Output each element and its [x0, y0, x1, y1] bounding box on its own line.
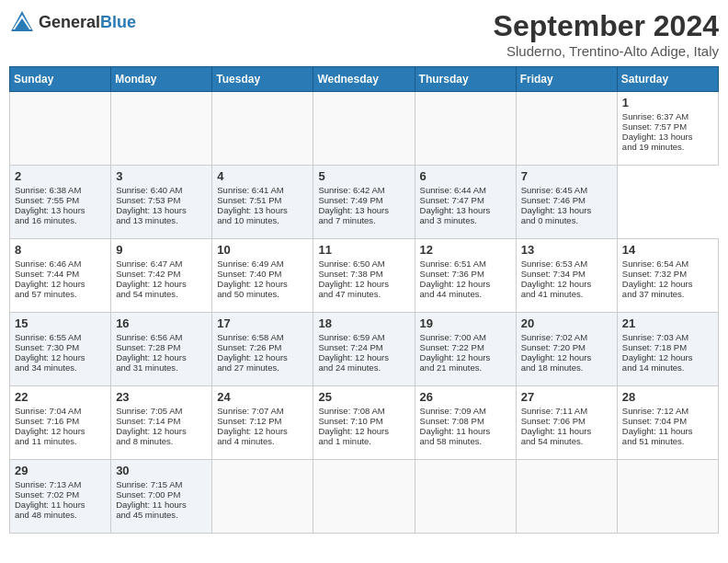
- calendar-day-cell: 29Sunrise: 7:13 AMSunset: 7:02 PMDayligh…: [10, 460, 111, 534]
- daylight-text: Daylight: 12 hours: [318, 279, 389, 289]
- day-header-wednesday: Wednesday: [313, 67, 415, 92]
- daylight-minutes-text: and 44 minutes.: [420, 289, 483, 299]
- daylight-minutes-text: and 58 minutes.: [420, 436, 483, 446]
- sunrise-text: Sunrise: 6:38 AM: [15, 185, 81, 195]
- calendar-day-cell: 16Sunrise: 6:56 AMSunset: 7:28 PMDayligh…: [111, 313, 212, 386]
- calendar-day-cell: 19Sunrise: 7:00 AMSunset: 7:22 PMDayligh…: [415, 313, 516, 386]
- page-header: GeneralBlue September 2024 Sluderno, Tre…: [9, 9, 719, 59]
- day-number: 26: [420, 390, 511, 404]
- daylight-minutes-text: and 47 minutes.: [318, 289, 381, 299]
- calendar-day-cell: 7Sunrise: 6:45 AMSunset: 7:46 PMDaylight…: [516, 166, 617, 239]
- calendar-day-cell: [415, 460, 516, 534]
- daylight-minutes-text: and 16 minutes.: [15, 215, 77, 225]
- sunset-text: Sunset: 7:22 PM: [420, 342, 484, 352]
- daylight-minutes-text: and 34 minutes.: [15, 362, 77, 373]
- day-number: 2: [15, 169, 106, 183]
- sunrise-text: Sunrise: 6:53 AM: [521, 259, 587, 269]
- logo: GeneralBlue: [9, 9, 136, 35]
- daylight-minutes-text: and 54 minutes.: [116, 289, 178, 299]
- calendar-day-cell: [313, 460, 415, 534]
- sunrise-text: Sunrise: 7:03 AM: [622, 332, 688, 342]
- calendar-day-cell: 25Sunrise: 7:08 AMSunset: 7:10 PMDayligh…: [313, 386, 415, 460]
- daylight-text: Daylight: 13 hours: [318, 205, 389, 215]
- day-number: 20: [521, 316, 612, 330]
- day-number: 19: [420, 316, 511, 330]
- daylight-text: Daylight: 11 hours: [521, 426, 592, 436]
- daylight-text: Daylight: 12 hours: [217, 352, 288, 362]
- daylight-text: Daylight: 12 hours: [217, 279, 288, 289]
- daylight-minutes-text: and 50 minutes.: [217, 289, 279, 299]
- day-header-saturday: Saturday: [617, 67, 718, 92]
- calendar-day-cell: 5Sunrise: 6:42 AMSunset: 7:49 PMDaylight…: [313, 166, 415, 239]
- sunset-text: Sunset: 7:32 PM: [622, 269, 687, 279]
- daylight-text: Daylight: 13 hours: [116, 205, 187, 215]
- calendar-table: SundayMondayTuesdayWednesdayThursdayFrid…: [9, 66, 719, 534]
- calendar-day-cell: [516, 92, 617, 166]
- sunrise-text: Sunrise: 6:47 AM: [116, 259, 182, 269]
- daylight-minutes-text: and 7 minutes.: [318, 215, 375, 225]
- daylight-minutes-text: and 45 minutes.: [116, 510, 178, 520]
- daylight-minutes-text: and 10 minutes.: [217, 215, 279, 225]
- calendar-week-row: 2Sunrise: 6:38 AMSunset: 7:55 PMDaylight…: [10, 166, 719, 239]
- sunset-text: Sunset: 7:46 PM: [521, 195, 586, 205]
- calendar-day-cell: 18Sunrise: 6:59 AMSunset: 7:24 PMDayligh…: [313, 313, 415, 386]
- daylight-text: Daylight: 12 hours: [15, 352, 85, 362]
- sunset-text: Sunset: 7:55 PM: [15, 195, 79, 205]
- daylight-minutes-text: and 41 minutes.: [521, 289, 584, 299]
- calendar-day-cell: [212, 92, 313, 166]
- sunrise-text: Sunrise: 6:56 AM: [116, 332, 182, 342]
- calendar-day-cell: 30Sunrise: 7:15 AMSunset: 7:00 PMDayligh…: [111, 460, 212, 534]
- sunset-text: Sunset: 7:30 PM: [15, 342, 79, 352]
- daylight-text: Daylight: 12 hours: [15, 279, 85, 289]
- sunset-text: Sunset: 7:02 PM: [15, 489, 79, 500]
- sunrise-text: Sunrise: 6:55 AM: [15, 332, 81, 342]
- calendar-day-cell: 6Sunrise: 6:44 AMSunset: 7:47 PMDaylight…: [415, 166, 516, 239]
- sunset-text: Sunset: 7:28 PM: [116, 342, 180, 352]
- sunset-text: Sunset: 7:51 PM: [217, 195, 281, 205]
- calendar-day-cell: [313, 92, 415, 166]
- sunset-text: Sunset: 7:12 PM: [217, 416, 281, 426]
- daylight-text: Daylight: 12 hours: [420, 279, 491, 289]
- day-number: 22: [15, 390, 106, 404]
- sunset-text: Sunset: 7:34 PM: [521, 269, 586, 279]
- sunrise-text: Sunrise: 6:49 AM: [217, 259, 283, 269]
- calendar-day-cell: 2Sunrise: 6:38 AMSunset: 7:55 PMDaylight…: [10, 166, 111, 239]
- day-number: 30: [116, 464, 207, 477]
- calendar-day-cell: 8Sunrise: 6:46 AMSunset: 7:44 PMDaylight…: [10, 239, 111, 313]
- calendar-week-row: 8Sunrise: 6:46 AMSunset: 7:44 PMDaylight…: [10, 239, 719, 313]
- day-header-tuesday: Tuesday: [212, 67, 313, 92]
- calendar-day-cell: [10, 92, 111, 166]
- day-number: 11: [318, 243, 409, 257]
- daylight-minutes-text: and 18 minutes.: [521, 362, 584, 373]
- sunrise-text: Sunrise: 6:59 AM: [318, 332, 384, 342]
- day-number: 29: [15, 464, 106, 477]
- daylight-text: Daylight: 13 hours: [15, 205, 85, 215]
- daylight-text: Daylight: 13 hours: [622, 132, 693, 142]
- sunset-text: Sunset: 7:38 PM: [318, 269, 382, 279]
- calendar-day-cell: 24Sunrise: 7:07 AMSunset: 7:12 PMDayligh…: [212, 386, 313, 460]
- sunrise-text: Sunrise: 7:02 AM: [521, 332, 587, 342]
- calendar-day-cell: 10Sunrise: 6:49 AMSunset: 7:40 PMDayligh…: [212, 239, 313, 313]
- sunset-text: Sunset: 7:20 PM: [521, 342, 586, 352]
- location-subtitle: Sluderno, Trentino-Alto Adige, Italy: [494, 43, 719, 59]
- logo-icon: [9, 9, 35, 35]
- daylight-text: Daylight: 12 hours: [318, 426, 389, 436]
- calendar-day-cell: 15Sunrise: 6:55 AMSunset: 7:30 PMDayligh…: [10, 313, 111, 386]
- day-number: 6: [420, 169, 511, 183]
- daylight-text: Daylight: 11 hours: [420, 426, 491, 436]
- day-header-sunday: Sunday: [10, 67, 111, 92]
- sunset-text: Sunset: 7:53 PM: [116, 195, 180, 205]
- sunset-text: Sunset: 7:24 PM: [318, 342, 382, 352]
- day-number: 9: [116, 243, 207, 257]
- day-number: 24: [217, 390, 308, 404]
- day-number: 10: [217, 243, 308, 257]
- calendar-day-cell: 1Sunrise: 6:37 AMSunset: 7:57 PMDaylight…: [617, 92, 718, 166]
- calendar-week-row: 15Sunrise: 6:55 AMSunset: 7:30 PMDayligh…: [10, 313, 719, 386]
- sunrise-text: Sunrise: 6:51 AM: [420, 259, 486, 269]
- daylight-minutes-text: and 27 minutes.: [217, 362, 279, 373]
- daylight-minutes-text: and 54 minutes.: [521, 436, 584, 446]
- calendar-day-cell: 28Sunrise: 7:12 AMSunset: 7:04 PMDayligh…: [617, 386, 718, 460]
- daylight-minutes-text: and 51 minutes.: [622, 436, 685, 446]
- daylight-minutes-text: and 11 minutes.: [15, 436, 77, 446]
- daylight-minutes-text: and 31 minutes.: [116, 362, 178, 373]
